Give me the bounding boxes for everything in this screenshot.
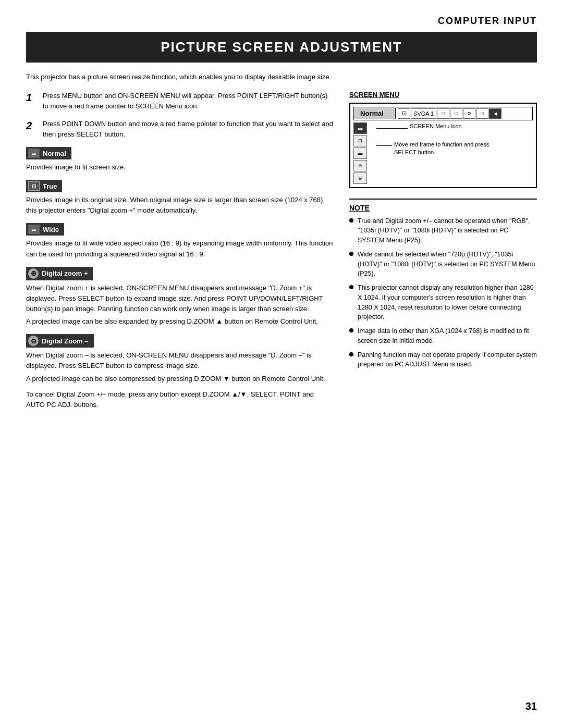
left-column: 1 Press MENU button and ON-SCREEN MENU w…	[26, 91, 334, 418]
page: COMPUTER INPUT PICTURE SCREEN ADJUSTMENT…	[0, 0, 563, 728]
function-digital-zoom-plus: ⊕ Digital zoom + When Digital zoom + is …	[26, 267, 334, 327]
menu-icon-input: ⊡	[398, 108, 410, 119]
true-desc: Provides image in its original size. Whe…	[26, 195, 334, 216]
diag-icon-wide: ▬	[353, 147, 367, 159]
main-title: PICTURE SCREEN ADJUSTMENT	[36, 39, 527, 55]
annotation-select-text: Move red frame to function and press SEL…	[394, 141, 489, 157]
note-bullet-1	[349, 218, 353, 223]
dzoom-plus-icon: ⊕	[28, 268, 39, 279]
menu-icon-screen: ⚙	[463, 108, 475, 119]
step-1: 1 Press MENU button and ON-SCREEN MENU w…	[26, 91, 334, 112]
function-true-label: ⊡ True	[26, 180, 62, 192]
menu-icon-img: □	[450, 108, 462, 119]
normal-label-text: Normal	[43, 150, 66, 157]
note-text-4: Image data in other than XGA (1024 x 768…	[358, 326, 537, 346]
dzoom-minus-desc-3: To cancel Digital Zoom +/– mode, press a…	[26, 389, 334, 410]
step-2: 2 Press POINT DOWN button and move a red…	[26, 119, 334, 140]
diag-icon-dzoom-minus: ⊖	[353, 172, 367, 184]
note-text-3: This projector cannot display any resolu…	[358, 283, 537, 322]
note-item-3: This projector cannot display any resolu…	[349, 283, 537, 322]
diagram-left-icons: ▬ ⊡ ▬ ⊕ ⊖	[353, 122, 367, 184]
diagram-annotations: SCREEN Menu icon Move red frame to funct…	[371, 122, 533, 184]
note-item-1: True and Digital zoom +/– cannot be oper…	[349, 216, 537, 245]
note-bullet-4	[349, 328, 353, 332]
two-col-layout: 1 Press MENU button and ON-SCREEN MENU w…	[26, 91, 537, 418]
note-bullet-5	[349, 352, 353, 356]
function-true: ⊡ True Provides image in its original si…	[26, 180, 334, 216]
menu-bar-icons: ⊡ SVGA 1 □ □ ⚙ □ ◀	[396, 107, 504, 120]
note-item-2: Wide cannot be selected when "720p (HDTV…	[349, 250, 537, 279]
function-normal: ▬ Normal Provides image to fit screen si…	[26, 147, 334, 172]
menu-icon-arrow: ◀	[489, 108, 501, 119]
note-text-2: Wide cannot be selected when "720p (HDTV…	[358, 250, 537, 279]
page-header: COMPUTER INPUT	[26, 16, 537, 27]
function-digital-zoom-minus: ⊖ Digital Zoom – When Digital zoom – is …	[26, 334, 334, 410]
intro-text: This projector has a picture screen resi…	[26, 72, 537, 82]
annotation-screen-menu-icon: SCREEN Menu icon	[376, 122, 533, 130]
annotation-select-button: Move red frame to function and press SEL…	[376, 141, 533, 157]
annotation-line-2	[376, 145, 392, 146]
screen-menu-title: SCREEN MENU	[349, 91, 537, 98]
wide-desc: Provides image to fit wide video aspect …	[26, 238, 334, 259]
dzoom-minus-label-text: Digital Zoom –	[42, 337, 89, 345]
page-number: 31	[525, 700, 537, 712]
diagram-body: ▬ ⊡ ▬ ⊕ ⊖ SCREEN Menu icon	[353, 122, 533, 184]
dzoom-minus-icon: ⊖	[28, 336, 39, 346]
svga-label: SVGA 1	[411, 108, 436, 119]
diag-icon-true: ⊡	[353, 135, 367, 146]
note-item-5: Panning function may not operate properl…	[349, 350, 537, 370]
step-1-number: 1	[26, 91, 38, 112]
header-title: COMPUTER INPUT	[438, 16, 537, 26]
normal-desc: Provides image to fit screen size.	[26, 162, 334, 172]
normal-icon: ▬	[28, 149, 40, 158]
menu-bar-normal: Normal	[354, 108, 396, 119]
true-label-text: True	[43, 182, 57, 190]
screen-menu-diagram: Normal ⊡ SVGA 1 □ □ ⚙ □ ◀	[349, 103, 537, 188]
menu-icon-sound: □	[476, 108, 488, 119]
function-normal-label: ▬ Normal	[26, 147, 71, 159]
menu-icon-pc: □	[437, 108, 449, 119]
dzoom-plus-desc-2: A projected image can be also expanded b…	[26, 316, 334, 327]
dzoom-plus-label-text: Digital zoom +	[42, 269, 88, 277]
screen-menu-section: SCREEN MENU Normal ⊡ SVGA 1 □ □ ⚙ □ ◀	[349, 91, 537, 188]
right-column: SCREEN MENU Normal ⊡ SVGA 1 □ □ ⚙ □ ◀	[349, 91, 537, 418]
annotation-line-1	[376, 128, 408, 129]
function-dzoom-minus-label: ⊖ Digital Zoom –	[26, 334, 94, 348]
main-title-banner: PICTURE SCREEN ADJUSTMENT	[26, 32, 537, 63]
true-icon: ⊡	[28, 181, 40, 191]
note-item-4: Image data in other than XGA (1024 x 768…	[349, 326, 537, 346]
note-title: NOTE	[349, 204, 537, 212]
wide-label-text: Wide	[43, 226, 59, 233]
note-bullet-2	[349, 252, 353, 256]
wide-icon: ▬	[28, 225, 40, 234]
note-bullet-3	[349, 285, 353, 289]
menu-bar: Normal ⊡ SVGA 1 □ □ ⚙ □ ◀	[353, 107, 533, 120]
note-text-5: Panning function may not operate properl…	[358, 350, 537, 370]
function-wide-label: ▬ Wide	[26, 223, 64, 236]
function-wide: ▬ Wide Provides image to fit wide video …	[26, 223, 334, 259]
diag-icon-normal: ▬	[353, 122, 367, 134]
annotation-select-text-1: Move red frame to function and press	[394, 141, 489, 149]
annotation-select-line: Move red frame to function and press SEL…	[376, 141, 533, 157]
function-dzoom-plus-label: ⊕ Digital zoom +	[26, 267, 93, 280]
note-section: NOTE True and Digital zoom +/– cannot be…	[349, 199, 537, 370]
annotation-text-screen-menu: SCREEN Menu icon	[410, 122, 462, 130]
dzoom-plus-desc-1: When Digital zoom + is selected, ON-SCRE…	[26, 283, 334, 314]
annotation-select-text-2: SELECT button.	[394, 149, 489, 156]
diag-icon-dzoom-plus: ⊕	[353, 160, 367, 171]
step-2-number: 2	[26, 119, 38, 140]
dzoom-minus-desc-1: When Digital zoom – is selected, ON-SCRE…	[26, 350, 334, 371]
note-text-1: True and Digital zoom +/– cannot be oper…	[358, 216, 537, 245]
step-1-text: Press MENU button and ON-SCREEN MENU wil…	[43, 91, 334, 112]
step-2-text: Press POINT DOWN button and move a red f…	[43, 119, 334, 140]
dzoom-minus-desc-2: A projected image can be also compressed…	[26, 374, 334, 384]
